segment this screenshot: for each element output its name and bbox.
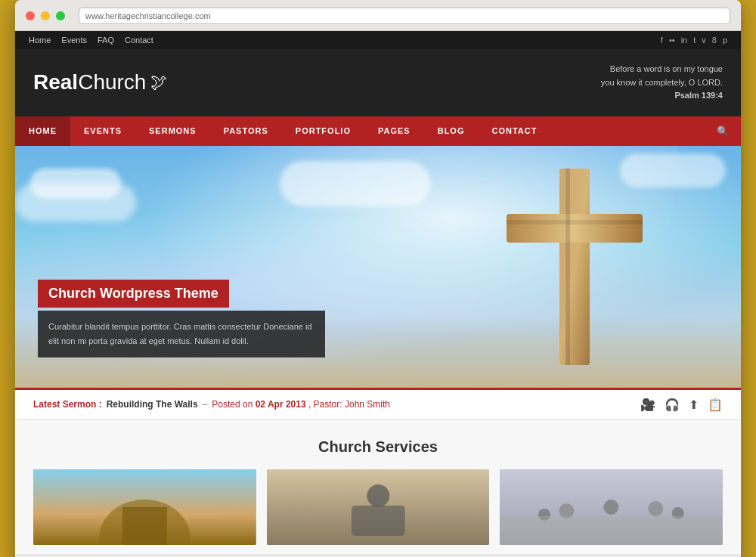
download-icon[interactable]: ⬆ [689,398,699,412]
nav-portfolio[interactable]: PORTFOLIO [282,116,364,146]
browser-window: www.heritagechristiancollege.com Home Ev… [15,0,741,557]
sermon-date: 02 Apr 2013 [256,399,306,410]
header-quote: Before a word is on my tongue you know i… [601,63,723,103]
nav-home[interactable]: HOME [15,116,70,146]
social-pinterest[interactable]: p [723,36,727,45]
svg-rect-10 [352,506,405,536]
site-header: RealChurch 🕊 Before a word is on my tong… [15,49,741,116]
quote-line1: Before a word is on my tongue [601,63,723,76]
nav-events[interactable]: EVENTS [70,116,135,146]
nav-contact[interactable]: CONTACT [478,116,550,146]
nav-sermons[interactable]: SERMONS [135,116,210,146]
topnav-events[interactable]: Events [61,36,87,45]
svg-rect-7 [122,507,167,545]
sermon-pastor: , Pastor: John Smith [308,399,390,410]
document-icon[interactable]: 📋 [708,398,723,412]
social-linkedin[interactable]: in [681,36,688,45]
top-bar: Home Events FAQ Contact f •• in t v 8 p [15,31,741,49]
logo-bold: Real [33,70,78,94]
svg-rect-17 [500,516,723,545]
topnav-contact[interactable]: Contact [125,36,153,45]
svg-point-13 [604,500,619,515]
minimize-button[interactable] [41,11,50,20]
logo-bird-icon: 🕊 [150,73,167,92]
services-section: Church Services [15,420,741,554]
social-flickr[interactable]: •• [669,36,675,45]
hero-description: Curabitur blandit tempus porttitor. Cras… [48,320,314,348]
sermon-icons: 🎥 🎧 ⬆ 📋 [640,398,723,412]
close-button[interactable] [26,11,35,20]
top-social: f •• in t v 8 p [661,36,727,45]
browser-chrome: www.heritagechristiancollege.com [15,0,741,31]
services-title: Church Services [33,438,723,456]
topnav-faq[interactable]: FAQ [98,36,114,45]
svg-point-14 [649,501,664,516]
services-grid [33,469,723,545]
sermon-posted: Posted on 02 Apr 2013 , Pastor: John Smi… [212,399,390,410]
social-vimeo[interactable]: v [702,36,706,45]
site-logo: RealChurch 🕊 [33,70,167,94]
url-text: www.heritagechristiancollege.com [85,11,211,20]
sermon-label: Latest Sermon : [33,399,102,410]
maximize-button[interactable] [56,11,65,20]
hero-section: Church Wordpress Theme Curabitur blandit… [15,146,741,388]
hero-title: Church Wordpress Theme [48,286,218,301]
nav-pastors[interactable]: PASTORS [210,116,282,146]
hero-overlay: Church Wordpress Theme Curabitur blandit… [38,280,325,357]
quote-line2: you know it completely, O LORD. [601,76,723,90]
main-nav: HOME EVENTS SERMONS PASTORS PORTFOLIO PA… [15,116,741,146]
top-nav: Home Events FAQ Contact [29,36,153,45]
hero-title-box: Church Wordpress Theme [38,280,229,308]
sermon-posted-prefix: Posted on [212,399,253,410]
psalm-ref: Psalm 139:4 [601,89,723,103]
search-icon[interactable]: 🔍 [705,116,741,146]
sermon-title[interactable]: Rebuilding The Walls [107,399,198,410]
social-facebook[interactable]: f [661,36,663,45]
hero-desc-box: Curabitur blandit tempus porttitor. Cras… [38,311,325,357]
svg-point-9 [367,484,389,507]
nav-spacer [550,116,705,146]
bottom-bar: www.heritagechristiancollege.com [15,554,741,557]
service-card-3[interactable] [500,469,723,545]
topnav-home[interactable]: Home [29,36,51,45]
sermon-separator: – [203,399,208,410]
address-bar[interactable]: www.heritagechristiancollege.com [79,8,730,24]
nav-pages[interactable]: PAGES [364,116,424,146]
nav-blog[interactable]: BLOG [424,116,479,146]
service-card-2[interactable] [267,469,490,545]
logo-text: RealChurch [33,70,146,94]
video-icon[interactable]: 🎥 [640,398,655,412]
sermon-bar-left: Latest Sermon : Rebuilding The Walls – P… [33,399,390,410]
audio-icon[interactable]: 🎧 [665,398,680,412]
social-8tracks[interactable]: 8 [712,36,717,45]
sermon-bar: Latest Sermon : Rebuilding The Walls – P… [15,388,741,420]
service-card-1[interactable] [33,469,256,545]
social-twitter[interactable]: t [693,36,696,45]
logo-light: Church [78,70,146,94]
